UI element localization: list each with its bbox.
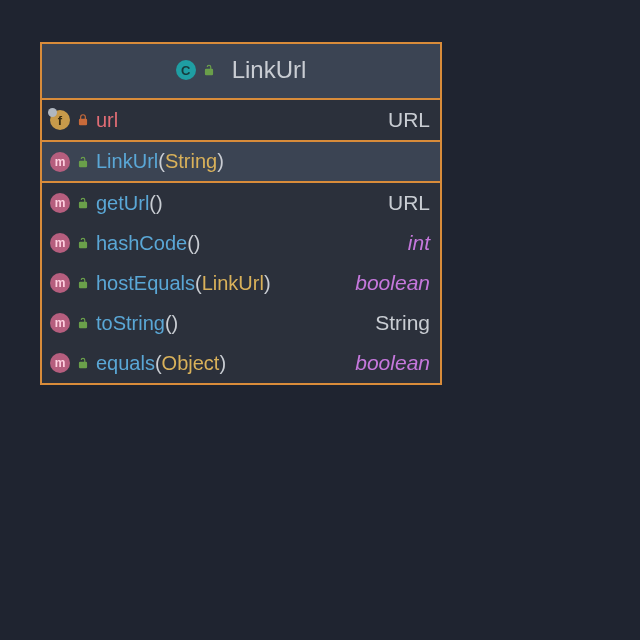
member-signature: LinkUrl(String)	[96, 150, 430, 173]
paren-close: )	[217, 150, 224, 172]
paren-open: (	[187, 232, 194, 254]
paren-close: )	[264, 272, 271, 294]
method-icon: m	[50, 313, 70, 333]
method-icon: m	[50, 193, 70, 213]
member-signature: hashCode()	[96, 232, 394, 255]
method-icon: m	[50, 353, 70, 373]
return-type: URL	[388, 191, 430, 215]
uml-class-header[interactable]: C LinkUrl	[42, 44, 440, 100]
field-icon: f	[50, 110, 70, 130]
method-row[interactable]: m equals(Object)boolean	[42, 343, 440, 383]
paren-open: (	[165, 312, 172, 334]
paren-close: )	[156, 192, 163, 214]
member-name: hashCode	[96, 232, 187, 254]
return-type: int	[408, 231, 430, 255]
class-title: LinkUrl	[232, 56, 307, 84]
method-icon: m	[50, 152, 70, 172]
paren-close: )	[194, 232, 201, 254]
method-icon: m	[50, 233, 70, 253]
field-row[interactable]: f urlURL	[42, 100, 440, 140]
constructors-section: m LinkUrl(String)	[42, 142, 440, 183]
member-signature: toString()	[96, 312, 361, 335]
paren-open: (	[155, 352, 162, 374]
uml-class-card: C LinkUrl f urlURL m LinkUrl(String) m g…	[40, 42, 442, 385]
method-row[interactable]: m getUrl()URL	[42, 183, 440, 223]
lock-open-icon	[76, 276, 90, 290]
member-signature: url	[96, 109, 374, 132]
member-name: equals	[96, 352, 155, 374]
methods-section: m getUrl()URLm hashCode()intm hostEquals…	[42, 183, 440, 383]
return-type: boolean	[355, 351, 430, 375]
return-type: URL	[388, 108, 430, 132]
lock-open-icon	[76, 356, 90, 370]
member-signature: getUrl()	[96, 192, 374, 215]
member-name: hostEquals	[96, 272, 195, 294]
method-row[interactable]: m hashCode()int	[42, 223, 440, 263]
fields-section: f urlURL	[42, 100, 440, 142]
return-type: String	[375, 311, 430, 335]
member-signature: hostEquals(LinkUrl)	[96, 272, 341, 295]
lock-open-icon	[76, 316, 90, 330]
member-name: getUrl	[96, 192, 149, 214]
member-name: LinkUrl	[96, 150, 158, 172]
method-icon: m	[50, 273, 70, 293]
member-params: String	[165, 150, 217, 172]
member-params: LinkUrl	[202, 272, 264, 294]
method-row[interactable]: m hostEquals(LinkUrl)boolean	[42, 263, 440, 303]
paren-open: (	[158, 150, 165, 172]
member-params: Object	[162, 352, 220, 374]
lock-open-icon	[202, 63, 216, 77]
lock-open-icon	[76, 236, 90, 250]
member-name: toString	[96, 312, 165, 334]
lock-open-icon	[76, 196, 90, 210]
paren-close: )	[219, 352, 226, 374]
lock-open-icon	[76, 155, 90, 169]
lock-closed-icon	[76, 113, 90, 127]
paren-open: (	[195, 272, 202, 294]
method-row[interactable]: m toString()String	[42, 303, 440, 343]
method-row[interactable]: m LinkUrl(String)	[42, 142, 440, 181]
member-name: url	[96, 109, 118, 131]
paren-close: )	[172, 312, 179, 334]
member-signature: equals(Object)	[96, 352, 341, 375]
return-type: boolean	[355, 271, 430, 295]
class-icon: C	[176, 60, 196, 80]
